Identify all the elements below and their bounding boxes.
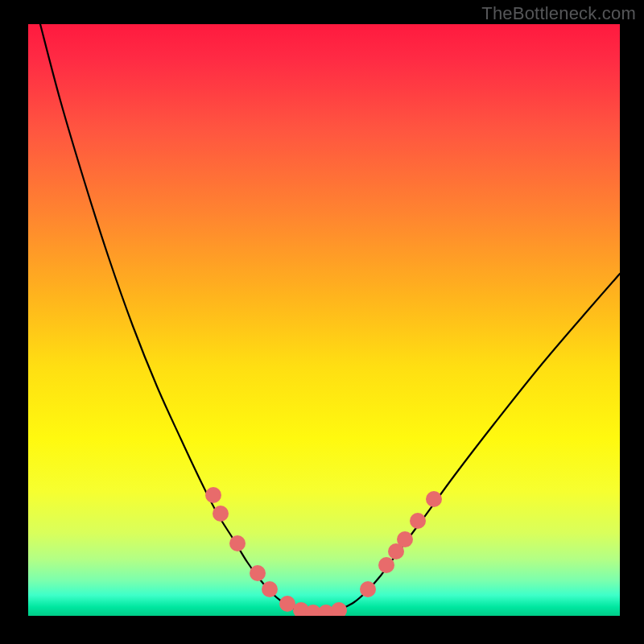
data-dot (410, 513, 426, 529)
data-dot (426, 491, 442, 507)
data-dot (262, 581, 278, 597)
data-dot (279, 596, 295, 612)
data-dot (213, 506, 229, 522)
gradient-background (28, 24, 620, 616)
chart-frame: TheBottleneck.com (0, 0, 644, 644)
data-dot (360, 581, 376, 597)
data-dot (229, 535, 246, 551)
plot-area (28, 24, 620, 616)
data-dot (378, 557, 394, 573)
data-dot (205, 487, 221, 503)
chart-svg (28, 24, 620, 616)
data-dot (397, 531, 413, 547)
watermark-text: TheBottleneck.com (481, 3, 636, 24)
data-dot (250, 565, 266, 581)
